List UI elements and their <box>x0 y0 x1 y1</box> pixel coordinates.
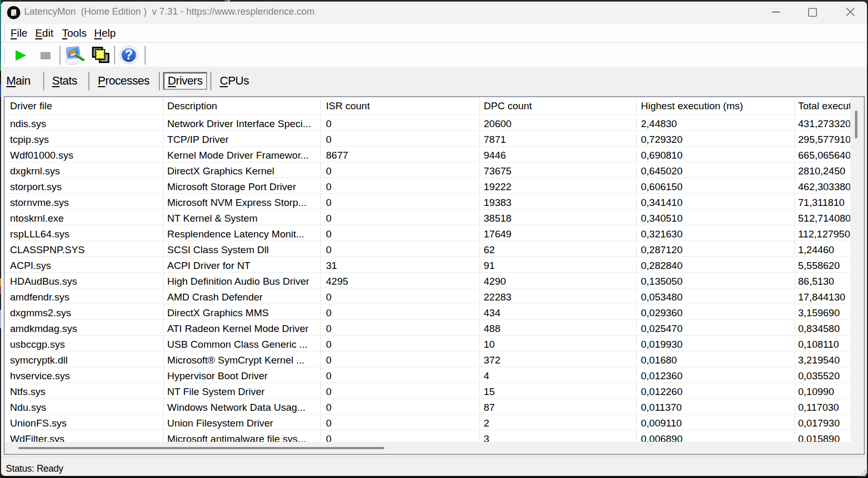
svg-text:?: ? <box>125 47 132 62</box>
